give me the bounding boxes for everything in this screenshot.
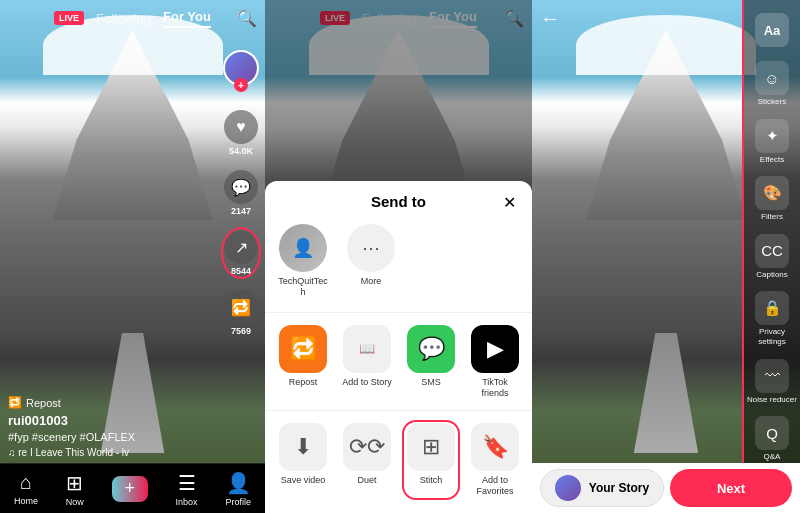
your-story-label: Your Story: [589, 481, 649, 495]
comment-icon[interactable]: 💬: [224, 170, 258, 204]
tool-captions[interactable]: CC Captions: [744, 229, 800, 285]
favorites-icon: 🔖: [471, 423, 519, 471]
video-caption: #fyp #scenery #OLAFLEX: [8, 431, 215, 443]
repost-count: 7569: [231, 326, 251, 336]
action-stitch[interactable]: ⊞ Stitch: [405, 423, 457, 497]
contact-item[interactable]: 👤 TechQuitTech: [277, 224, 329, 298]
tab-for-you[interactable]: For You: [163, 9, 211, 28]
effects-label: Effects: [760, 155, 784, 165]
repost-action[interactable]: 🔁 7569: [224, 290, 258, 336]
creator-avatar-container: +: [223, 50, 259, 86]
editor-tools-panel: Aa ☺ Stickers ✦ Effects 🎨 Filters CC Cap…: [742, 0, 800, 463]
nav-profile-label: Profile: [226, 497, 252, 507]
tool-noise[interactable]: 〰 Noise reducer: [744, 354, 800, 410]
privacy-icon: 🔒: [755, 291, 789, 325]
profile-icon: 👤: [226, 471, 251, 495]
back-button[interactable]: ←: [540, 7, 560, 30]
contact-more[interactable]: ⋯ More: [345, 224, 397, 298]
noise-icon: 〰: [755, 359, 789, 393]
feed-header: LIVE Following For You 🔍: [0, 0, 265, 36]
nav-inbox-label: Inbox: [176, 497, 198, 507]
comment-action[interactable]: 💬 2147: [224, 170, 258, 216]
now-icon: ⊞: [66, 471, 83, 495]
contacts-row: 👤 TechQuitTech ⋯ More: [265, 220, 532, 308]
share-action[interactable]: ↗ 8544: [224, 230, 258, 276]
modal-title: Send to: [371, 193, 426, 210]
tool-privacy[interactable]: 🔒 Privacy settings: [744, 286, 800, 351]
tab-following[interactable]: Following: [96, 11, 151, 26]
duet-icon: ⟳⟳: [343, 423, 391, 471]
action-tiktok-friends[interactable]: ▶ TikTok friends: [469, 325, 521, 399]
action-add-story-label: Add to Story: [342, 377, 392, 388]
more-label: More: [361, 276, 382, 287]
panel-main-feed: LIVE Following For You 🔍 + ♥ 54.0K 💬 214…: [0, 0, 265, 513]
panel-editor: ← Aa ☺ Stickers ✦ Effects 🎨 Filters CC C…: [532, 0, 800, 513]
share-count: 8544: [231, 266, 251, 276]
action-repost-label: Repost: [289, 377, 318, 388]
privacy-label: Privacy settings: [744, 327, 800, 346]
home-icon: ⌂: [20, 471, 32, 494]
contact-name: TechQuitTech: [278, 276, 328, 298]
like-action[interactable]: ♥ 54.0K: [224, 110, 258, 156]
panel-share: LIVE Following For You 🔍 Send to ✕ 👤 Tec…: [265, 0, 532, 513]
your-story-avatar: [555, 475, 581, 501]
text-tool-icon: Aa: [755, 13, 789, 47]
music-info[interactable]: ♫ re I Leave This World - lv: [8, 447, 215, 458]
action-duet-label: Duet: [357, 475, 376, 486]
send-to-modal: Send to ✕ 👤 TechQuitTech ⋯ More 🔁 Repost…: [265, 181, 532, 513]
nav-create[interactable]: +: [112, 476, 148, 502]
username[interactable]: rui001003: [8, 413, 215, 428]
repost-action-icon: 🔁: [279, 325, 327, 373]
action-duet[interactable]: ⟳⟳ Duet: [341, 423, 393, 497]
action-sms[interactable]: 💬 SMS: [405, 325, 457, 399]
share-icon[interactable]: ↗: [224, 230, 258, 264]
action-repost[interactable]: 🔁 Repost: [277, 325, 329, 399]
modal-close-button[interactable]: ✕: [503, 193, 516, 212]
action-add-favorites[interactable]: 🔖 Add to Favorites: [469, 423, 521, 497]
action-save-video[interactable]: ⬇ Save video: [277, 423, 329, 497]
right-sidebar: + ♥ 54.0K 💬 2147 ↗ 8544 🔁 7569: [223, 50, 259, 336]
follow-button[interactable]: +: [234, 78, 248, 92]
filters-icon: 🎨: [755, 176, 789, 210]
tool-text[interactable]: Aa: [744, 8, 800, 54]
modal-header: Send to ✕: [265, 193, 532, 220]
nav-now-label: Now: [66, 497, 84, 507]
video-info: 🔁 Repost rui001003 #fyp #scenery #OLAFLE…: [8, 396, 215, 458]
nav-home-label: Home: [14, 496, 38, 506]
save-video-icon: ⬇: [279, 423, 327, 471]
captions-label: Captions: [756, 270, 788, 280]
live-badge[interactable]: LIVE: [54, 11, 84, 25]
stickers-label: Stickers: [758, 97, 786, 107]
qa-icon: Q: [755, 416, 789, 450]
your-story-button[interactable]: Your Story: [540, 469, 664, 507]
tool-stickers[interactable]: ☺ Stickers: [744, 56, 800, 112]
tool-filters[interactable]: 🎨 Filters: [744, 171, 800, 227]
bottom-navigation: ⌂ Home ⊞ Now + ☰ Inbox 👤 Profile: [0, 463, 265, 513]
divider-1: [265, 312, 532, 313]
action-sms-label: SMS: [421, 377, 441, 388]
tool-qa[interactable]: Q Q&A: [744, 411, 800, 467]
next-button[interactable]: Next: [670, 469, 792, 507]
stitch-icon: ⊞: [407, 423, 455, 471]
repost-label: 🔁 Repost: [8, 396, 215, 409]
tiktok-friends-icon: ▶: [471, 325, 519, 373]
action-favorites-label: Add to Favorites: [469, 475, 521, 497]
sms-icon: 💬: [407, 325, 455, 373]
filters-label: Filters: [761, 212, 783, 222]
tool-effects[interactable]: ✦ Effects: [744, 114, 800, 170]
actions-row-1: 🔁 Repost 📖 Add to Story 💬 SMS ▶ TikTok f…: [265, 317, 532, 407]
action-add-story[interactable]: 📖 Add to Story: [341, 325, 393, 399]
nav-profile[interactable]: 👤 Profile: [226, 471, 252, 507]
divider-2: [265, 410, 532, 411]
nav-home[interactable]: ⌂ Home: [14, 471, 38, 506]
comment-count: 2147: [231, 206, 251, 216]
captions-icon: CC: [755, 234, 789, 268]
more-icon: ⋯: [347, 224, 395, 272]
search-icon[interactable]: 🔍: [237, 9, 257, 28]
repost-icon[interactable]: 🔁: [224, 290, 258, 324]
nav-inbox[interactable]: ☰ Inbox: [176, 471, 198, 507]
create-icon[interactable]: +: [112, 476, 148, 502]
nav-now[interactable]: ⊞ Now: [66, 471, 84, 507]
like-count: 54.0K: [229, 146, 253, 156]
like-icon[interactable]: ♥: [224, 110, 258, 144]
